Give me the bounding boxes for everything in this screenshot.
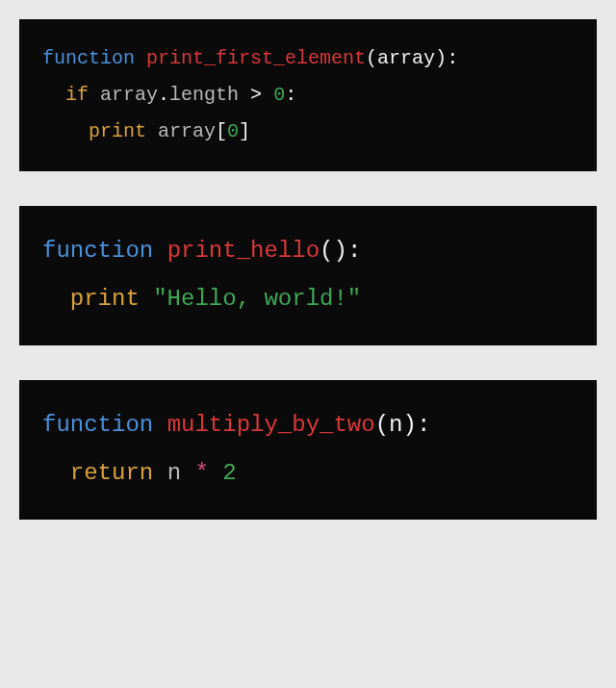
code-block: function multiply_by_two(n):return n * 2 <box>19 380 597 520</box>
code-token: if <box>65 84 89 106</box>
code-token <box>140 286 153 312</box>
code-token: function <box>42 412 153 438</box>
code-line: function print_hello(): <box>42 227 574 275</box>
code-token: print <box>70 286 140 312</box>
code-token: function <box>42 47 135 69</box>
code-token: array <box>100 84 158 106</box>
code-token: "Hello, world!" <box>153 286 361 312</box>
code-token: function <box>42 238 153 264</box>
code-token <box>89 84 100 106</box>
code-token <box>209 460 222 486</box>
code-token: return <box>70 460 153 486</box>
code-token: array <box>377 47 435 69</box>
code-line: return n * 2 <box>42 449 574 497</box>
code-token: 0 <box>227 120 239 142</box>
code-token: ( <box>366 47 377 69</box>
code-token: ] <box>239 120 250 142</box>
code-token: : <box>285 84 296 106</box>
code-token: ) <box>435 47 447 69</box>
code-line: print "Hello, world!" <box>42 275 574 323</box>
code-token: : <box>347 238 361 264</box>
code-token: print_first_element <box>146 47 366 69</box>
code-token: n <box>389 412 402 438</box>
code-token: [ <box>216 120 227 142</box>
code-block: function print_hello():print "Hello, wor… <box>19 206 597 345</box>
code-token <box>262 84 273 106</box>
code-token <box>181 460 194 486</box>
code-line: print array[0] <box>42 114 574 150</box>
code-token <box>239 84 250 106</box>
code-token: 2 <box>222 460 236 486</box>
code-token: 0 <box>273 84 285 106</box>
code-block: function print_first_element(array):if a… <box>19 19 597 171</box>
code-token <box>153 238 167 264</box>
code-token: ) <box>402 412 416 438</box>
code-token: print <box>89 120 146 142</box>
code-token: length <box>169 84 239 106</box>
code-token: ) <box>333 238 346 264</box>
code-token: . <box>158 84 169 106</box>
code-token: array <box>158 120 216 142</box>
code-token: : <box>417 412 430 438</box>
code-token <box>135 47 146 69</box>
code-token <box>146 120 158 142</box>
code-token: multiply_by_two <box>167 412 375 438</box>
code-token: : <box>447 47 458 69</box>
code-line: function print_first_element(array): <box>42 40 574 77</box>
code-token: * <box>194 460 208 486</box>
code-line: function multiply_by_two(n): <box>42 401 574 449</box>
code-token: ( <box>320 238 333 264</box>
code-token <box>153 412 167 438</box>
code-token: > <box>250 84 262 106</box>
code-token: ( <box>375 412 389 438</box>
code-token <box>153 460 167 486</box>
code-line: if array.length > 0: <box>42 77 574 114</box>
code-token: n <box>167 460 181 486</box>
code-token: print_hello <box>167 238 320 264</box>
